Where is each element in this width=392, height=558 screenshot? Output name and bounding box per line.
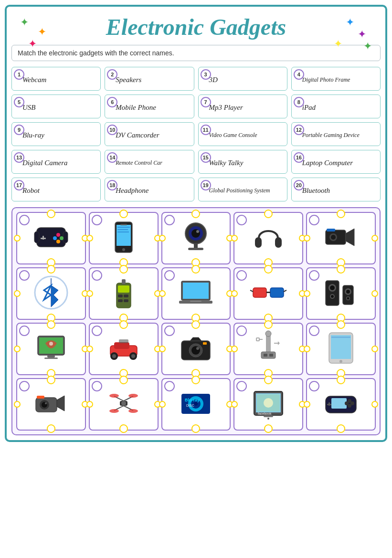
label-text-1: Webcam (22, 71, 96, 86)
gadget-icon-drone-rc (105, 384, 143, 424)
gadget-cell-13 (161, 323, 231, 375)
star-purple-1: ✦ (358, 28, 366, 41)
answer-circle-5 (309, 215, 319, 225)
gadget-cell-7 (89, 267, 159, 320)
answer-circle-16 (19, 381, 30, 391)
svg-rect-13 (117, 227, 130, 228)
label-text-4: Digital Photo Frame (302, 71, 376, 86)
svg-point-115 (267, 418, 269, 420)
label-text-8: iPad (302, 99, 376, 114)
label-cell-5: 5USB (11, 95, 101, 118)
instruction-box: Match the electronic gadgets with the co… (11, 45, 381, 61)
label-cell-6: 6Mobile Phone (105, 95, 194, 118)
label-text-5: USB (22, 99, 96, 114)
dot-left (231, 401, 238, 408)
dot-right (371, 290, 378, 297)
answer-circle-1 (19, 215, 30, 225)
svg-point-86 (339, 360, 342, 363)
gadget-icon-usb (249, 329, 287, 369)
label-num-19: 19 (201, 180, 211, 190)
svg-rect-2 (63, 232, 68, 243)
answer-circle-18 (164, 381, 175, 391)
label-cell-16: 16Laptop Computer (291, 150, 381, 174)
svg-point-18 (191, 229, 200, 238)
dot-right (371, 235, 378, 242)
answer-circle-13 (164, 326, 175, 336)
label-num-3: 3 (201, 69, 211, 80)
gadget-icon-psp (322, 384, 360, 424)
svg-marker-30 (44, 285, 51, 300)
star-orange-1: ✦ (38, 26, 46, 38)
svg-point-5 (53, 236, 57, 240)
svg-point-6 (56, 240, 60, 243)
gadget-cell-19: facebook (233, 378, 303, 431)
label-text-2: Speakers (116, 71, 190, 86)
svg-point-101 (109, 409, 119, 413)
dot-left (86, 401, 93, 408)
label-text-20: Bluetooth (302, 182, 376, 197)
gadget-icon-remote-car (105, 329, 143, 369)
gadget-cell-2 (89, 212, 159, 264)
answer-circle-10 (309, 270, 319, 281)
svg-rect-11 (120, 224, 127, 225)
svg-rect-77 (264, 354, 267, 357)
gadget-cell-12 (89, 323, 159, 375)
label-num-8: 8 (294, 97, 304, 107)
svg-point-92 (45, 402, 47, 404)
gadget-icon-3d-glasses (249, 274, 287, 314)
dot-left (86, 346, 93, 352)
answer-circle-7 (92, 270, 102, 281)
svg-rect-78 (269, 354, 273, 357)
svg-rect-1 (34, 232, 39, 243)
svg-rect-43 (253, 288, 266, 297)
svg-rect-87 (331, 337, 350, 338)
svg-rect-61 (47, 355, 55, 358)
label-num-16: 16 (294, 152, 304, 163)
svg-rect-33 (118, 285, 129, 293)
svg-marker-25 (346, 229, 354, 246)
gadget-icon-mobile-phone (105, 218, 143, 258)
dot-right (371, 346, 378, 352)
svg-text:DISC: DISC (186, 404, 194, 407)
label-text-15: Walky Talky (209, 154, 283, 169)
label-num-12: 12 (294, 125, 304, 135)
svg-rect-93 (37, 396, 44, 399)
svg-rect-42 (190, 301, 201, 302)
svg-rect-38 (122, 279, 126, 284)
gadget-icon-laptop (177, 274, 215, 314)
label-cell-2: 2Speakers (105, 67, 194, 91)
label-num-20: 20 (294, 180, 304, 190)
label-num-15: 15 (201, 152, 211, 163)
label-cell-18: 18Headphone (105, 178, 194, 201)
svg-line-46 (250, 290, 253, 292)
star-green-1: ✦ (20, 16, 29, 29)
gadget-cell-5 (306, 212, 376, 264)
answer-circle-8 (164, 270, 175, 281)
svg-rect-62 (44, 358, 58, 359)
dot-left (304, 290, 310, 297)
label-cell-14: 14Remote Control Car (105, 150, 194, 174)
label-cell-20: 20Bluetooth (291, 178, 381, 201)
gadget-cell-15 (306, 323, 376, 375)
label-num-7: 7 (201, 97, 211, 107)
label-cell-12: 12Portable Gaming Device (291, 122, 381, 146)
dot-left (14, 401, 21, 408)
svg-point-60 (49, 342, 53, 346)
labels-grid: 1Webcam2Speakers33D4Digital Photo Frame5… (11, 67, 381, 201)
dot-left (231, 346, 238, 352)
gadget-cell-10 (306, 267, 376, 320)
label-text-16: Laptop Computer (302, 154, 376, 169)
answer-circle-4 (236, 215, 247, 225)
label-cell-17: 17Robot (11, 178, 101, 201)
label-text-19: Global Positioning System (209, 182, 283, 197)
label-text-17: Robot (22, 182, 96, 197)
svg-point-27 (331, 235, 336, 240)
svg-point-107 (194, 402, 198, 406)
gadget-icon-digital-camera (177, 329, 215, 369)
star-blue-1: ✦ (346, 16, 354, 29)
images-section: Blu-ray DISC facebook (11, 207, 381, 435)
svg-rect-23 (275, 237, 282, 248)
label-num-9: 9 (14, 125, 24, 135)
svg-point-52 (331, 295, 334, 298)
dot-left (86, 235, 93, 242)
